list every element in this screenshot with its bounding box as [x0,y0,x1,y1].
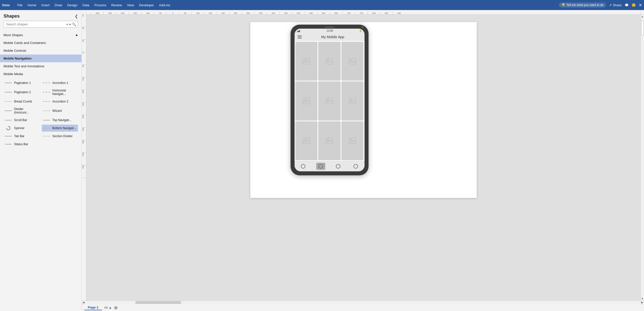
bottom-bar: Page-1 All ▲ ⊕ [82,304,644,311]
svg-rect-15 [326,138,333,144]
ruler-mark: 200 [217,12,229,15]
signal-bars [297,30,301,32]
svg-rect-11 [349,98,356,104]
grid-cell-3-3[interactable] [341,121,364,160]
menu-home[interactable]: Home [25,2,39,8]
page-tab-1[interactable]: Page-1 [84,305,102,310]
menu-developer[interactable]: Developer [137,2,156,8]
bottom-nav-item-2[interactable] [316,163,325,170]
shape-item-wizard[interactable]: Wizard [42,106,78,116]
close-button[interactable]: ✕ [639,3,642,8]
ruler-v-mark: 75 [82,15,86,27]
shape-item-accordion-1[interactable]: Accordion 1 [42,79,78,86]
shape-item-bread-crumb[interactable]: Bread Crumb [4,98,40,105]
menu-review[interactable]: Review [109,2,125,8]
grid-cell-2-1[interactable] [295,81,318,120]
sidebar-item-more-shapes[interactable]: More Shapes ▶ [0,31,82,39]
shape-item-bottom-nav[interactable]: Bottom Navigati... [42,125,78,132]
svg-rect-9 [326,98,333,104]
bottom-nav-item-1[interactable] [299,163,308,170]
scroll-down-button[interactable]: ▼ [641,297,644,300]
hamburger-menu-icon[interactable] [298,35,302,38]
shape-item-pagination-2[interactable]: Pagination 2 [4,87,40,97]
shape-item-status-bar[interactable]: Status Bar [4,141,40,148]
shape-item-tab-bar[interactable]: Tab Bar [4,133,40,140]
grid-cell-2-2[interactable] [318,81,341,120]
sidebar-item-mobile-controls[interactable]: Mobile Controls [0,47,82,55]
scroll-up-button[interactable]: ▲ [641,15,644,18]
menu-data[interactable]: Data [80,2,92,8]
svg-rect-5 [349,58,356,64]
tell-me-box[interactable]: 💡 Tell me what you want to do [559,3,606,8]
wizard-preview [43,109,50,113]
vertical-scrollbar[interactable]: ▲ ▼ [640,15,644,300]
image-placeholder-icon [326,137,333,144]
search-dropdown[interactable]: ▾ [65,23,72,26]
ruler-v-mark: -200 [82,102,86,115]
ruler-corner [82,10,86,15]
ruler-v-mark: -400 [82,153,86,165]
horizontal-scrollbar[interactable]: ◀ ▶ [82,300,644,304]
shape-item-pagination-1[interactable]: Pagination 1 [4,79,40,86]
ruler-mark: 550 [305,12,317,15]
status-bar-label: Status Bar [14,142,28,146]
svg-point-14 [304,139,306,140]
search-icon[interactable]: 🔍 [72,22,76,26]
ruler-v-mark: -150 [82,90,86,102]
add-page-button[interactable]: ⊕ [114,305,118,310]
menu-draw[interactable]: Draw [52,2,65,8]
ruler-mark: 700 [342,12,355,15]
canvas-row: 75 50 25 0 -50 -100 -150 -200 -250 -300 … [82,15,644,300]
grid-cell-1-3[interactable] [341,42,364,81]
canvas-content[interactable]: 12:06 🔋 [86,15,640,300]
section-divider-preview [43,134,50,138]
menu-view[interactable]: View [125,2,137,8]
shape-item-top-nav[interactable]: Top Navigati... [42,117,78,124]
ruler-horizontal: -300 -250 -200 -150 -100 -50 0 50 100 15… [86,10,640,15]
ruler-h-content: -300 -250 -200 -150 -100 -50 0 50 100 15… [86,10,640,15]
bottom-nav-item-3[interactable] [334,163,343,170]
scroll-left-button[interactable]: ◀ [82,301,85,304]
shape-item-divider-horiz[interactable]: Divider (Horizont... [4,106,40,116]
all-label: All [104,306,108,309]
shape-item-spinner[interactable]: Spinner [4,125,40,132]
sidebar-item-mobile-text[interactable]: Mobile Text and Annotations [0,62,82,70]
bottom-nav-item-4[interactable] [351,163,360,170]
shape-item-section-divider[interactable]: Section Divider [42,133,78,140]
ruler-mark: 50 [179,12,191,15]
sidebar-item-mobile-navigation[interactable]: Mobile Navigation [0,55,82,62]
all-pages-button[interactable]: All ▲ [104,306,112,309]
shape-item-horizontal-nav[interactable]: Horizontal Navigati... [42,87,78,97]
svg-point-8 [304,99,306,101]
menu-insert[interactable]: Insert [39,2,52,8]
grid-cell-1-1[interactable] [295,42,318,81]
grid-cell-2-3[interactable] [341,81,364,120]
comments-icon[interactable]: 💬 [625,3,629,7]
grid-cell-3-1[interactable] [295,121,318,160]
smiley-icon[interactable]: 😊 [632,3,636,7]
menu-bar: Visio File Home Insert Draw Design Data … [0,0,644,10]
menu-process[interactable]: Process [92,2,109,8]
search-input[interactable] [5,22,65,27]
collapse-sidebar-button[interactable]: ❮ [75,14,78,19]
ruler-v-mark: 25 [82,40,86,52]
menu-file[interactable]: File [15,2,25,8]
horizontal-nav-label: Horizontal Navigati... [52,89,77,96]
shape-item-scroll-bar[interactable]: Scroll Bar [4,117,40,124]
menu-addins[interactable]: Add-ins [156,2,173,8]
share-button[interactable]: ↗ Share [609,3,622,7]
sidebar-item-mobile-media[interactable]: Mobile Media [0,70,82,78]
phone-speaker [325,27,335,28]
ruler-mark: 250 [229,12,242,15]
scrollbar-thumb-v[interactable] [641,20,644,35]
svg-point-6 [350,60,352,61]
shape-item-accordion-2[interactable]: Accordion 2 [42,98,78,105]
h-scroll-thumb[interactable] [136,301,181,304]
sidebar-item-mobile-cards[interactable]: Mobile Cards and Containers [0,39,82,47]
scroll-bar-label: Scroll Bar [14,118,27,122]
grid-cell-3-2[interactable] [318,121,341,160]
grid-cell-1-2[interactable] [318,42,341,81]
menu-design[interactable]: Design [65,2,80,8]
scroll-right-button[interactable]: ▶ [640,301,644,304]
ruler-mark: 350 [254,12,267,15]
